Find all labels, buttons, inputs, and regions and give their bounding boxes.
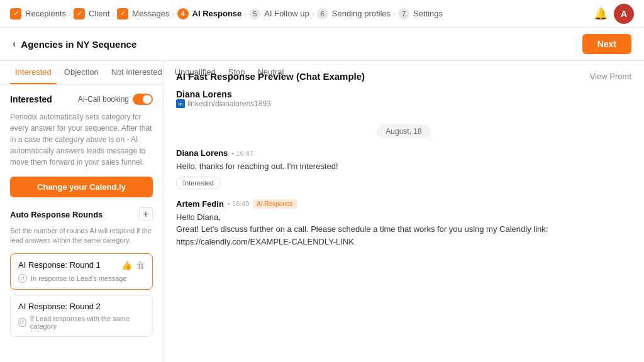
round-name-1: AI Response: Round 1: [18, 260, 101, 270]
round-card-2: AI Response: Round 2 ↺ If Lead responses…: [10, 295, 153, 337]
preview-title: AI Fast Response Preview (Chat Example): [176, 71, 365, 82]
msg-sender-2: Artem Fedin: [176, 199, 224, 209]
main-layout: Interested Objection Not interested Unqu…: [0, 61, 644, 362]
nav-step-settings[interactable]: 7 Settings: [398, 8, 443, 19]
interested-badge: Interested: [176, 177, 221, 189]
next-button[interactable]: Next: [582, 34, 631, 54]
nav-chevron-3: ›: [172, 9, 175, 18]
date-pill: August, 18: [377, 124, 430, 138]
preview-header: AI Fast Response Preview (Chat Example) …: [176, 71, 631, 82]
lead-name: Diana Lorens: [176, 89, 271, 99]
nav-chevron-6: ›: [393, 9, 396, 18]
nav-chevron-5: ›: [312, 9, 314, 18]
nav-label-client: Client: [89, 9, 109, 18]
lead-info: Diana Lorens in linkedin/dianalorens1893: [176, 89, 631, 108]
round-condition-1: ↺ In response to Lead's message: [18, 274, 145, 283]
view-prompt-button[interactable]: View Promt: [590, 72, 631, 81]
avatar[interactable]: A: [614, 4, 634, 24]
nav-chevron-1: ›: [69, 9, 71, 18]
ai-call-label: AI-Call booking: [78, 95, 129, 104]
condition-icon-1: ↺: [18, 274, 27, 283]
rounds-desc: Set the number of rounds AI will respond…: [10, 226, 153, 246]
check-icon-messages: ✓: [117, 8, 128, 19]
num-icon-settings: 7: [398, 8, 409, 19]
condition-icon-2: ↺: [18, 318, 26, 327]
num-icon-sending-profiles: 6: [317, 8, 328, 19]
message-group-1: Diana Lorens • 16:47 Hello, thanks for r…: [176, 148, 631, 189]
description-text: Periodix automatically sets category for…: [10, 111, 153, 168]
ai-call-toggle-group: AI-Call booking: [78, 94, 153, 105]
msg-text-2: Hello Diana,Great! Let's discuss further…: [176, 211, 631, 248]
message-group-2: Artem Fedin • 16:49 AI Response Hello Di…: [176, 199, 631, 248]
round-delete-icon-1[interactable]: 🗑: [136, 260, 145, 270]
left-panel: Interested Objection Not interested Unqu…: [0, 61, 164, 362]
lead-details: Diana Lorens in linkedin/dianalorens1893: [176, 89, 271, 108]
section-header: Interested AI-Call booking: [10, 94, 153, 105]
round-card-1: AI Response: Round 1 👍 🗑 ↺ In response t…: [10, 253, 153, 290]
nav-label-ai-response: AI Response: [192, 9, 242, 18]
page-header-left: ‹ Agencies in NY Sequence: [13, 38, 136, 50]
msg-time-2: • 16:49: [228, 200, 249, 207]
page-header: ‹ Agencies in NY Sequence Next: [0, 28, 644, 61]
round-condition-text-2: If Lead responses with the same category: [30, 315, 145, 330]
msg-meta-1: Diana Lorens • 16:47: [176, 148, 631, 158]
chat-area: August, 18 Diana Lorens • 16:47 Hello, t…: [176, 118, 631, 357]
page-title: Agencies in NY Sequence: [21, 39, 136, 50]
round-like-icon-1[interactable]: 👍: [121, 260, 132, 270]
check-icon-recipients: ✓: [10, 8, 21, 19]
rounds-title: Auto Response Rounds: [10, 210, 103, 219]
tab-interested[interactable]: Interested: [10, 61, 57, 84]
nav-step-sending-profiles[interactable]: 6 Sending profiles: [317, 8, 391, 19]
add-round-button[interactable]: +: [139, 207, 153, 221]
nav-label-sending-profiles: Sending profiles: [332, 9, 391, 18]
msg-time-1: • 16:47: [231, 150, 253, 157]
msg-meta-2: Artem Fedin • 16:49 AI Response: [176, 199, 631, 209]
msg-text-1: Hello, thanks for reaching out. I'm inte…: [176, 160, 631, 173]
num-icon-ai-follow-up: 5: [249, 8, 260, 19]
nav-chevron-4: ›: [244, 9, 247, 18]
nav-step-messages[interactable]: ✓ Messages: [117, 8, 169, 19]
round-condition-2: ↺ If Lead responses with the same catego…: [18, 315, 145, 330]
check-icon-client: ✓: [74, 8, 85, 19]
round-condition-text-1: In response to Lead's message: [31, 275, 127, 282]
left-content: Interested AI-Call booking Periodix auto…: [0, 85, 163, 362]
nav-step-ai-response[interactable]: 4 AI Response: [177, 8, 242, 19]
nav-label-messages: Messages: [132, 9, 169, 18]
lead-linkedin-url: linkedin/dianalorens1893: [187, 99, 271, 108]
msg-sender-1: Diana Lorens: [176, 148, 228, 158]
nav-label-settings: Settings: [413, 9, 443, 18]
right-panel: AI Fast Response Preview (Chat Example) …: [164, 61, 644, 362]
round-name-2: AI Response: Round 2: [18, 302, 101, 311]
back-button[interactable]: ‹: [13, 38, 16, 50]
nav-right: 🔔 A: [594, 4, 634, 24]
nav-label-ai-follow-up: AI Follow up: [264, 9, 309, 18]
linkedin-icon: in: [176, 99, 185, 108]
lead-linkedin[interactable]: in linkedin/dianalorens1893: [176, 99, 271, 108]
tabs: Interested Objection Not interested Unqu…: [0, 61, 163, 85]
ai-call-toggle-switch[interactable]: [133, 94, 153, 105]
rounds-header: Auto Response Rounds +: [10, 207, 153, 221]
date-divider: August, 18: [176, 124, 631, 138]
change-calendly-button[interactable]: Change your Calend.ly: [10, 177, 153, 197]
round-card-header-2: AI Response: Round 2: [18, 302, 145, 311]
ai-badge: AI Response: [253, 199, 296, 209]
section-title: Interested: [10, 94, 52, 104]
nav-step-client[interactable]: ✓ Client: [74, 8, 109, 19]
tab-objection[interactable]: Objection: [59, 61, 104, 84]
nav-label-recipients: Recepients: [25, 9, 66, 18]
round-card-header-1: AI Response: Round 1 👍 🗑: [18, 260, 145, 270]
bell-icon[interactable]: 🔔: [594, 7, 608, 21]
nav-step-recipients[interactable]: ✓ Recepients: [10, 8, 66, 19]
num-icon-ai-response: 4: [177, 8, 189, 19]
tab-not-interested[interactable]: Not interested: [106, 61, 167, 84]
nav-step-ai-follow-up[interactable]: 5 AI Follow up: [249, 8, 309, 19]
round-actions-1: 👍 🗑: [121, 260, 145, 270]
top-nav: ✓ Recepients › ✓ Client › ✓ Messages › 4…: [0, 0, 644, 28]
nav-chevron-2: ›: [112, 9, 114, 18]
